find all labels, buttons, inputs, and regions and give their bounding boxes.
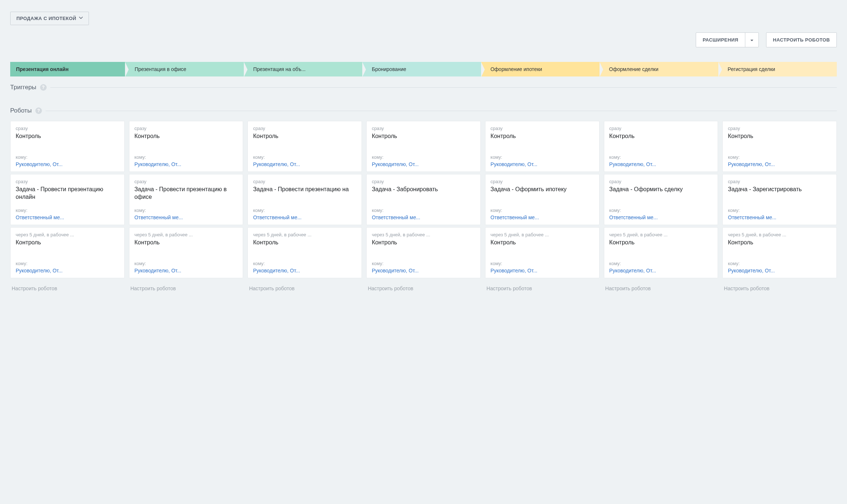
chevron-down-icon — [79, 17, 83, 20]
robot-timing: сразу — [253, 126, 356, 131]
robot-timing: сразу — [16, 126, 119, 131]
robot-title: Задача - Провести презентацию на — [253, 186, 356, 193]
robot-timing: сразу — [134, 179, 238, 184]
configure-robots-link[interactable]: Настроить роботов — [366, 285, 481, 292]
robot-recipient-label: кому: — [16, 208, 119, 213]
pipeline-stage[interactable]: Презентация онлайн — [10, 62, 125, 76]
configure-robots-link[interactable]: Настроить роботов — [10, 285, 125, 292]
robot-title: Контроль — [16, 239, 119, 247]
robot-title: Контроль — [253, 239, 356, 247]
robot-recipient-label: кому: — [491, 261, 594, 266]
robot-card[interactable]: сразуКонтролькому:Руководителю, От... — [604, 121, 718, 172]
extensions-button[interactable]: РАСШИРЕНИЯ — [696, 32, 759, 47]
configure-robots-button[interactable]: НАСТРОИТЬ РОБОТОВ — [766, 32, 837, 47]
robot-card[interactable]: сразуКонтролькому:Руководителю, От... — [485, 121, 600, 172]
robot-recipient-value: Руководителю, От... — [253, 268, 356, 273]
robot-timing: сразу — [372, 179, 475, 184]
robot-card[interactable]: через 5 дней, в рабочее ...Контролькому:… — [604, 227, 718, 278]
robot-recipient-value: Руководителю, От... — [609, 161, 713, 167]
robot-recipient-value: Руководителю, От... — [609, 268, 713, 273]
robot-recipient-value: Руководителю, От... — [134, 268, 238, 273]
robot-title: Задача - Оформить ипотеку — [491, 186, 594, 193]
robot-recipient-label: кому: — [134, 154, 238, 160]
help-icon[interactable]: ? — [40, 84, 47, 91]
pipeline-stage[interactable]: Бронирование — [362, 62, 481, 76]
robot-recipient-label: кому: — [253, 261, 356, 266]
robot-card[interactable]: сразуЗадача - Зарегистрироватькому:Ответ… — [722, 174, 837, 225]
robot-card[interactable]: сразуКонтролькому:Руководителю, От... — [722, 121, 837, 172]
help-icon[interactable]: ? — [35, 107, 42, 114]
robot-recipient-value: Ответственный ме... — [16, 214, 119, 220]
configure-robots-link[interactable]: Настроить роботов — [247, 285, 362, 292]
robot-card[interactable]: сразуКонтролькому:Руководителю, От... — [366, 121, 481, 172]
stage-label: Оформление ипотеки — [491, 66, 542, 72]
robot-card[interactable]: сразуКонтролькому:Руководителю, От... — [247, 121, 362, 172]
robot-recipient-label: кому: — [134, 208, 238, 213]
robot-timing: сразу — [253, 179, 356, 184]
robot-card[interactable]: сразуЗадача - Провести презентацию в офи… — [129, 174, 243, 225]
robot-card[interactable]: через 5 дней, в рабочее ...Контролькому:… — [366, 227, 481, 278]
robot-recipient-label: кому: — [491, 154, 594, 160]
configure-robots-link[interactable]: Настроить роботов — [604, 285, 718, 292]
robot-card[interactable]: сразуЗадача - Провести презентацию онлай… — [10, 174, 125, 225]
robot-timing: через 5 дней, в рабочее ... — [728, 232, 831, 237]
robot-card[interactable]: через 5 дней, в рабочее ...Контролькому:… — [247, 227, 362, 278]
robot-card[interactable]: через 5 дней, в рабочее ...Контролькому:… — [485, 227, 600, 278]
robot-recipient-value: Руководителю, От... — [491, 161, 594, 167]
robot-card[interactable]: через 5 дней, в рабочее ...Контролькому:… — [10, 227, 125, 278]
configure-robots-link[interactable]: Настроить роботов — [722, 285, 837, 292]
robot-timing: сразу — [728, 179, 831, 184]
robot-card[interactable]: сразуЗадача - Забронироватькому:Ответств… — [366, 174, 481, 225]
robot-recipient-value: Ответственный ме... — [609, 214, 713, 220]
pipeline-stage[interactable]: Презентация в офисе — [125, 62, 243, 76]
robot-title: Задача - Зарегистрировать — [728, 186, 831, 193]
robot-timing: через 5 дней, в рабочее ... — [16, 232, 119, 237]
robot-title: Контроль — [372, 239, 475, 247]
funnel-selector[interactable]: ПРОДАЖА С ИПОТЕКОЙ — [10, 12, 89, 25]
robot-card[interactable]: через 5 дней, в рабочее ...Контролькому:… — [722, 227, 837, 278]
robot-recipient-label: кому: — [16, 154, 119, 160]
robot-recipient-value: Руководителю, От... — [16, 268, 119, 273]
robot-recipient-value: Руководителю, От... — [372, 268, 475, 273]
robot-card[interactable]: через 5 дней, в рабочее ...Контролькому:… — [129, 227, 243, 278]
robot-title: Контроль — [609, 133, 713, 140]
robot-card[interactable]: сразуКонтролькому:Руководителю, От... — [129, 121, 243, 172]
robot-title: Задача - Провести презентацию онлайн — [16, 186, 119, 201]
robot-recipient-value: Ответственный ме... — [253, 214, 356, 220]
configure-robots-link[interactable]: Настроить роботов — [129, 285, 243, 292]
pipeline-stage[interactable]: Презентация на объ... — [244, 62, 362, 76]
robot-title: Контроль — [609, 239, 713, 247]
robot-timing: сразу — [728, 126, 831, 131]
robot-timing: сразу — [134, 126, 238, 131]
robot-recipient-label: кому: — [253, 208, 356, 213]
robot-recipient-value: Ответственный ме... — [491, 214, 594, 220]
robot-recipient-value: Руководителю, От... — [372, 161, 475, 167]
robot-card[interactable]: сразуЗадача - Оформить ипотекукому:Ответ… — [485, 174, 600, 225]
robot-recipient-label: кому: — [728, 261, 831, 266]
robot-title: Контроль — [491, 239, 594, 247]
robot-title: Контроль — [134, 239, 238, 247]
configure-robots-link[interactable]: Настроить роботов — [485, 285, 600, 292]
robot-recipient-label: кому: — [609, 208, 713, 213]
robot-recipient-label: кому: — [16, 261, 119, 266]
pipeline-stage[interactable]: Оформление сделки — [600, 62, 718, 76]
robot-timing: через 5 дней, в рабочее ... — [253, 232, 356, 237]
robot-card[interactable]: сразуЗадача - Провести презентацию наком… — [247, 174, 362, 225]
robot-card[interactable]: сразуЗадача - Оформить сделкукому:Ответс… — [604, 174, 718, 225]
stage-label: Оформление сделки — [609, 66, 658, 72]
robot-recipient-label: кому: — [134, 261, 238, 266]
robot-recipient-value: Руководителю, От... — [728, 161, 831, 167]
pipeline-stage[interactable]: Оформление ипотеки — [481, 62, 600, 76]
extensions-dropdown-toggle[interactable] — [745, 33, 758, 47]
robot-title: Контроль — [372, 133, 475, 140]
stage-label: Презентация онлайн — [16, 66, 69, 72]
robot-timing: сразу — [16, 179, 119, 184]
extensions-label: РАСШИРЕНИЯ — [696, 33, 745, 47]
robot-card[interactable]: сразуКонтролькому:Руководителю, От... — [10, 121, 125, 172]
robot-title: Задача - Забронировать — [372, 186, 475, 193]
pipeline-stage[interactable]: Регистрация сделки — [718, 62, 837, 76]
robot-timing: сразу — [491, 179, 594, 184]
robot-title: Контроль — [253, 133, 356, 140]
robots-title: Роботы — [10, 107, 32, 114]
robot-recipient-label: кому: — [253, 154, 356, 160]
